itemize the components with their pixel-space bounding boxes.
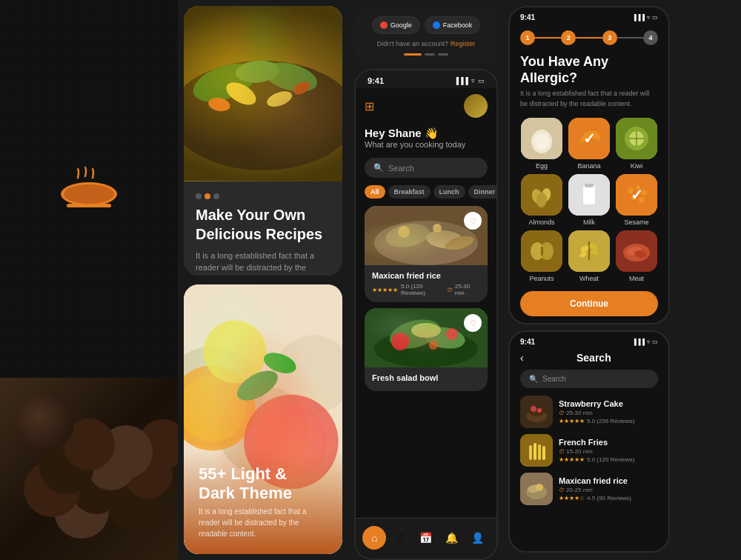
allergy-status-icons: ▐▐▐ ▿ ▭ (632, 13, 658, 21)
progress-steps: 1 2 3 4 (510, 24, 668, 51)
search-bar-icon: 🔍 (529, 375, 538, 383)
banana-illustration (568, 118, 610, 159)
search-placeholder-text: Search (388, 164, 414, 173)
login-progress-dot-1 (404, 53, 422, 56)
user-avatar[interactable] (464, 94, 488, 118)
nav-bell[interactable]: 🔔 (440, 526, 464, 550)
kiwi-illustration (616, 118, 657, 159)
battery-icon: ▭ (478, 77, 485, 84)
svg-point-2 (64, 184, 114, 204)
dot-2 (205, 193, 210, 199)
allergy-item-milk[interactable]: Milk (568, 174, 611, 226)
milk-illustration (568, 174, 610, 216)
svg-rect-80 (529, 445, 532, 460)
food-card-1-meta: ★★★★★ 5.0 (120 Reviews) ⏱ 25-30 min (372, 283, 480, 296)
svg-point-36 (411, 323, 441, 338)
phone-content: ⊞ Hey Shane 👋 What are you cooking today… (356, 88, 496, 518)
search-phone: 9:41 ▐▐▐ ▿ ▭ ‹ Search 🔍 Search (508, 330, 670, 553)
facebook-label: Facebook (443, 21, 473, 29)
wheat-image (568, 230, 610, 272)
food-card-2[interactable]: ♡ Fresh salad bowl (365, 308, 488, 391)
no-account-text: Didn't have an account? (377, 40, 448, 47)
allergy-item-meat[interactable]: Meat (615, 230, 658, 282)
facebook-icon (433, 21, 440, 29)
search-icon: 🔍 (373, 163, 384, 173)
column-4: 9:41 ▐▐▐ ▿ ▭ 1 2 3 4 You Have Any Allerg… (504, 0, 674, 560)
search-input-bar[interactable]: 🔍 Search (520, 370, 658, 388)
filter-all[interactable]: All (365, 185, 385, 199)
banana-label: Banana (577, 162, 600, 170)
svg-point-4 (184, 61, 342, 170)
nav-calendar[interactable]: 📅 (414, 526, 438, 550)
search-battery-icon: ▭ (652, 339, 658, 345)
svg-point-57 (641, 190, 647, 196)
allergy-item-banana[interactable]: Banana (568, 118, 611, 170)
facebook-login-button[interactable]: Facebook (425, 16, 481, 34)
search-time: 9:41 (520, 338, 535, 346)
egg-label: Egg (536, 162, 548, 170)
column-2: Make Your Own Delicious Recipes It is a … (178, 0, 348, 560)
google-login-button[interactable]: Google (372, 16, 420, 34)
status-icons: ▐▐▐ ▿ ▭ (454, 77, 485, 84)
allergy-item-kiwi[interactable]: Kiwi (615, 118, 658, 170)
nav-heart[interactable]: ♡ (388, 526, 412, 550)
search-status-bar: 9:41 ▐▐▐ ▿ ▭ (510, 332, 668, 349)
svg-point-33 (422, 324, 467, 351)
register-link[interactable]: Register (451, 40, 476, 47)
allergy-description: It is a long established fact that a rea… (520, 89, 658, 109)
search-result-2[interactable]: French Fries ⏱ 15-20 min ★★★★★ 5.0 (120 … (520, 434, 658, 467)
allergy-item-peanuts[interactable]: Peanuts (520, 230, 563, 282)
heart-button-1[interactable]: ♡ (464, 212, 482, 230)
milk-label: Milk (583, 219, 595, 226)
allergy-grid: Egg Banana (510, 115, 668, 285)
nav-home[interactable]: ⌂ (362, 526, 386, 550)
chocolate-balls-image (0, 378, 178, 560)
svg-point-27 (398, 226, 410, 238)
allergy-item-wheat[interactable]: Wheat (568, 230, 611, 282)
svg-point-87 (536, 484, 543, 491)
search-header: ‹ Search (510, 349, 668, 370)
svg-point-35 (446, 328, 458, 340)
result-3-stars: ★★★★☆ (559, 495, 585, 501)
food-card-2-info: Fresh salad bowl (365, 367, 488, 391)
svg-point-10 (207, 96, 231, 113)
filter-dinner[interactable]: Dinner (468, 185, 496, 199)
milk-image (568, 174, 610, 216)
food-card-1[interactable]: ♡ Maxican fried rice ★★★★★ 5.0 (120 Revi… (365, 206, 488, 302)
meat-label: Meat (629, 275, 644, 282)
almonds-label: Almonds (528, 219, 554, 226)
logo-section (0, 0, 178, 378)
heart-button-2[interactable]: ♡ (464, 314, 482, 332)
svg-point-5 (188, 56, 262, 109)
search-result-3[interactable]: Maxican fried rice ⏱ 20-25 min ★★★★☆ 4.5… (520, 473, 658, 505)
svg-point-78 (537, 408, 542, 413)
cake-illustration (520, 396, 553, 428)
svg-point-13 (184, 346, 263, 447)
grid-icon[interactable]: ⊞ (365, 99, 374, 113)
food-card-1-time: ⏱ 25-30 min (447, 283, 480, 296)
svg-point-31 (374, 330, 478, 367)
french-fries-image (520, 434, 553, 467)
search-result-1[interactable]: Strawberry Cake ⏱ 25-30 min ★★★★★ 5.0 (2… (520, 396, 658, 428)
search-bar[interactable]: 🔍 Search (365, 158, 488, 178)
allergy-battery-icon: ▭ (652, 14, 658, 21)
fries-illustration (520, 434, 553, 467)
continue-button[interactable]: Continue (520, 291, 658, 316)
filter-lunch[interactable]: Lunch (433, 185, 465, 199)
allergy-item-almonds[interactable]: Almonds (520, 174, 563, 226)
back-button[interactable]: ‹ (520, 352, 524, 364)
heart-nav-icon: ♡ (396, 532, 405, 544)
allergy-item-sesame[interactable]: Sesame (615, 174, 658, 226)
allergy-status-bar: 9:41 ▐▐▐ ▿ ▭ (510, 7, 668, 24)
svg-point-20 (204, 321, 267, 384)
login-progress-dots (404, 53, 448, 56)
allergy-item-egg[interactable]: Egg (520, 118, 563, 170)
filter-breakfast[interactable]: Breakfast (388, 185, 431, 199)
step-4: 4 (643, 30, 658, 45)
profile-icon: 👤 (471, 532, 484, 544)
svg-point-21 (233, 364, 283, 407)
result-1-name: Strawberry Cake (559, 399, 658, 408)
filter-tabs: All Breakfast Lunch Dinner (365, 185, 488, 199)
nav-profile[interactable]: 👤 (466, 526, 490, 550)
svg-point-34 (391, 333, 409, 350)
